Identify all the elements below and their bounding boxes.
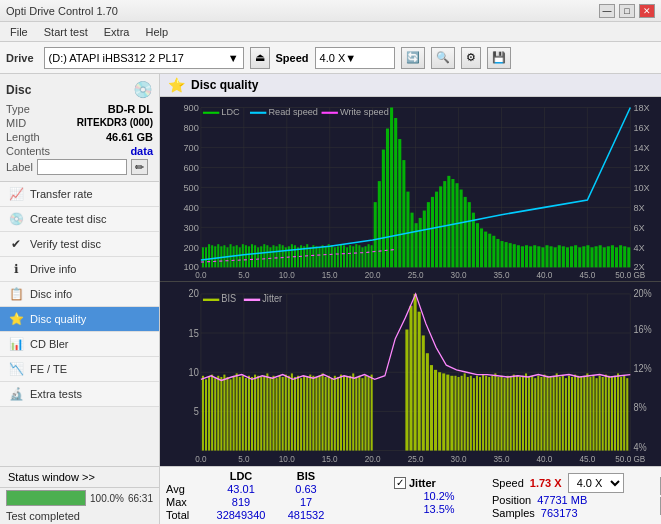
- disc-quality-header: ⭐ Disc quality: [160, 74, 661, 97]
- svg-rect-124: [447, 176, 450, 267]
- svg-rect-109: [386, 129, 389, 268]
- mid-label: MID: [6, 117, 26, 129]
- svg-rect-50: [202, 247, 204, 267]
- svg-rect-292: [491, 376, 493, 451]
- svg-rect-289: [482, 375, 484, 451]
- svg-rect-166: [619, 245, 622, 267]
- svg-rect-270: [414, 294, 417, 451]
- svg-rect-160: [595, 246, 598, 267]
- verify-test-disc-icon: ✔: [8, 236, 24, 252]
- sidebar-item-extra-tests[interactable]: 🔬 Extra tests: [0, 382, 159, 407]
- refresh-button[interactable]: 🔄: [401, 47, 425, 69]
- sidebar-item-disc-quality[interactable]: ⭐ Disc quality: [0, 307, 159, 332]
- svg-text:50.0 GB: 50.0 GB: [615, 454, 645, 465]
- svg-rect-165: [615, 247, 618, 267]
- svg-rect-296: [504, 378, 506, 450]
- svg-rect-317: [568, 376, 570, 451]
- svg-rect-221: [230, 379, 232, 450]
- svg-rect-157: [582, 246, 585, 267]
- svg-rect-68: [257, 247, 259, 267]
- time-label: 66:31: [128, 493, 153, 504]
- type-value: BD-R DL: [108, 103, 153, 115]
- speed-dropdown[interactable]: 4.0 X: [568, 473, 624, 493]
- speed-stat-label: Speed: [492, 477, 524, 489]
- svg-rect-315: [562, 376, 564, 451]
- svg-rect-114: [406, 192, 409, 268]
- svg-text:40.0: 40.0: [536, 270, 552, 280]
- minimize-button[interactable]: —: [599, 4, 615, 18]
- sidebar-item-disc-info[interactable]: 📋 Disc info: [0, 282, 159, 307]
- svg-rect-136: [496, 239, 499, 267]
- svg-rect-228: [251, 377, 253, 451]
- svg-rect-230: [257, 376, 259, 451]
- svg-rect-91: [328, 244, 330, 267]
- svg-rect-123: [443, 181, 446, 267]
- svg-rect-116: [415, 223, 418, 267]
- svg-rect-55: [217, 244, 219, 267]
- svg-rect-101: [358, 245, 360, 267]
- menu-file[interactable]: File: [4, 25, 34, 39]
- settings-button[interactable]: ⚙: [461, 47, 481, 69]
- chart2-container: 20 15 10 5 20% 16% 12% 8% 4%: [160, 282, 661, 466]
- svg-rect-313: [556, 373, 558, 450]
- sidebar-item-verify-test-disc[interactable]: ✔ Verify test disc: [0, 232, 159, 257]
- svg-rect-337: [203, 299, 219, 301]
- svg-text:15.0: 15.0: [322, 454, 338, 465]
- svg-rect-107: [378, 181, 381, 267]
- drive-selector[interactable]: (D:) ATAPI iHBS312 2 PL17 ▼: [44, 47, 244, 69]
- svg-rect-237: [279, 376, 281, 451]
- save-button[interactable]: 💾: [487, 47, 511, 69]
- svg-rect-259: [346, 377, 348, 451]
- svg-rect-137: [500, 241, 503, 267]
- svg-rect-222: [233, 376, 235, 451]
- svg-rect-139: [509, 243, 512, 267]
- status-window-button[interactable]: Status window >>: [0, 467, 159, 488]
- svg-text:400: 400: [183, 202, 198, 212]
- svg-rect-148: [545, 245, 548, 267]
- svg-text:35.0: 35.0: [494, 270, 510, 280]
- disc-section-title: Disc: [6, 83, 31, 97]
- svg-rect-142: [521, 246, 524, 267]
- svg-text:40.0: 40.0: [536, 454, 552, 465]
- sidebar-item-drive-info[interactable]: ℹ Drive info: [0, 257, 159, 282]
- sidebar-item-create-test-disc[interactable]: 💿 Create test disc: [0, 207, 159, 232]
- position-label: Position: [492, 494, 531, 506]
- eject-button[interactable]: ⏏: [250, 47, 270, 69]
- avg-ldc: 43.01: [206, 483, 276, 495]
- max-jitter: 13.5%: [394, 503, 484, 515]
- svg-rect-298: [510, 377, 512, 451]
- svg-rect-319: [574, 375, 576, 451]
- svg-text:800: 800: [183, 123, 198, 133]
- svg-rect-267: [371, 375, 373, 451]
- svg-rect-307: [537, 376, 539, 451]
- svg-rect-303: [525, 373, 527, 450]
- svg-rect-291: [488, 377, 490, 451]
- label-edit-button[interactable]: ✏: [131, 159, 148, 175]
- maximize-button[interactable]: □: [619, 4, 635, 18]
- svg-rect-64: [245, 245, 247, 267]
- svg-rect-250: [318, 376, 320, 451]
- svg-rect-216: [214, 378, 216, 450]
- close-button[interactable]: ✕: [639, 4, 655, 18]
- sidebar-item-cd-bler[interactable]: 📊 CD Bler: [0, 332, 159, 357]
- menu-help[interactable]: Help: [139, 25, 174, 39]
- svg-rect-151: [558, 245, 561, 267]
- svg-rect-279: [450, 376, 453, 451]
- menu-start-test[interactable]: Start test: [38, 25, 94, 39]
- svg-rect-252: [325, 377, 327, 451]
- jitter-checkbox[interactable]: ✓: [394, 477, 406, 489]
- sidebar-item-fe-te[interactable]: 📉 FE / TE: [0, 357, 159, 382]
- stats-bar: LDC BIS Avg 43.01 0.63 Max 819 17: [160, 466, 661, 524]
- svg-rect-98: [349, 245, 351, 267]
- menu-extra[interactable]: Extra: [98, 25, 136, 39]
- svg-rect-293: [494, 373, 496, 450]
- scan-button[interactable]: 🔍: [431, 47, 455, 69]
- label-input[interactable]: [37, 159, 127, 175]
- svg-rect-262: [355, 377, 357, 451]
- sidebar-item-transfer-rate[interactable]: 📈 Transfer rate: [0, 182, 159, 207]
- svg-rect-143: [525, 245, 528, 267]
- svg-rect-278: [446, 375, 449, 451]
- speed-selector[interactable]: 4.0 X ▼: [315, 47, 395, 69]
- svg-rect-88: [318, 247, 320, 267]
- svg-text:4%: 4%: [633, 441, 646, 453]
